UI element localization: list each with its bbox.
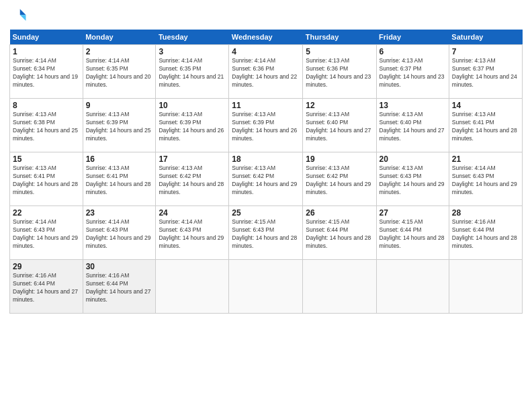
day-info: Sunrise: 4:14 AMSunset: 6:43 PMDaylight:…	[86, 218, 153, 250]
day-number: 9	[86, 101, 153, 110]
day-info: Sunrise: 4:13 AMSunset: 6:42 PMDaylight:…	[306, 165, 373, 197]
day-info: Sunrise: 4:16 AMSunset: 6:44 PMDaylight:…	[13, 272, 80, 304]
calendar-cell: 8 Sunrise: 4:13 AMSunset: 6:38 PMDayligh…	[10, 99, 83, 152]
day-number: 25	[232, 208, 300, 218]
day-number: 18	[232, 154, 300, 164]
day-info: Sunrise: 4:14 AMSunset: 6:43 PMDaylight:…	[452, 165, 519, 197]
day-number: 29	[13, 262, 80, 271]
col-header-thursday: Thursday	[303, 30, 376, 45]
day-info: Sunrise: 4:13 AMSunset: 6:41 PMDaylight:…	[13, 165, 80, 197]
day-number: 15	[13, 154, 80, 164]
calendar-cell: 1 Sunrise: 4:14 AMSunset: 6:34 PMDayligh…	[10, 45, 83, 99]
day-number: 10	[159, 101, 226, 110]
calendar-cell: 28 Sunrise: 4:16 AMSunset: 6:44 PMDaylig…	[449, 206, 522, 260]
day-info: Sunrise: 4:14 AMSunset: 6:35 PMDaylight:…	[86, 57, 153, 89]
calendar-cell: 18 Sunrise: 4:13 AMSunset: 6:42 PMDaylig…	[229, 152, 303, 206]
day-info: Sunrise: 4:15 AMSunset: 6:44 PMDaylight:…	[306, 218, 373, 250]
day-number: 8	[13, 101, 80, 110]
day-info: Sunrise: 4:13 AMSunset: 6:41 PMDaylight:…	[452, 111, 519, 143]
day-number: 30	[86, 262, 153, 271]
calendar-cell: 26 Sunrise: 4:15 AMSunset: 6:44 PMDaylig…	[303, 206, 376, 260]
day-info: Sunrise: 4:13 AMSunset: 6:38 PMDaylight:…	[13, 111, 80, 143]
logo	[9, 7, 31, 26]
day-info: Sunrise: 4:14 AMSunset: 6:43 PMDaylight:…	[159, 218, 226, 250]
day-info: Sunrise: 4:16 AMSunset: 6:44 PMDaylight:…	[452, 218, 519, 250]
calendar-cell: 17 Sunrise: 4:13 AMSunset: 6:42 PMDaylig…	[156, 152, 229, 206]
day-number: 23	[86, 208, 153, 218]
day-number: 21	[452, 154, 519, 164]
day-info: Sunrise: 4:15 AMSunset: 6:43 PMDaylight:…	[232, 218, 300, 250]
col-header-tuesday: Tuesday	[156, 30, 229, 45]
calendar-cell: 15 Sunrise: 4:13 AMSunset: 6:41 PMDaylig…	[10, 152, 83, 206]
calendar-cell: 23 Sunrise: 4:14 AMSunset: 6:43 PMDaylig…	[83, 206, 156, 260]
day-number: 7	[452, 47, 519, 56]
day-info: Sunrise: 4:13 AMSunset: 6:41 PMDaylight:…	[86, 165, 153, 197]
calendar-cell	[303, 260, 376, 314]
day-number: 3	[159, 47, 226, 56]
day-number: 19	[306, 154, 373, 164]
calendar-cell: 5 Sunrise: 4:13 AMSunset: 6:36 PMDayligh…	[303, 45, 376, 99]
calendar-cell: 6 Sunrise: 4:13 AMSunset: 6:37 PMDayligh…	[376, 45, 449, 99]
day-info: Sunrise: 4:13 AMSunset: 6:36 PMDaylight:…	[306, 57, 373, 89]
day-number: 20	[380, 154, 446, 164]
calendar-cell: 22 Sunrise: 4:14 AMSunset: 6:43 PMDaylig…	[10, 206, 83, 260]
day-number: 17	[159, 154, 226, 164]
day-number: 26	[306, 208, 373, 218]
day-number: 28	[452, 208, 519, 218]
day-info: Sunrise: 4:13 AMSunset: 6:39 PMDaylight:…	[159, 111, 226, 143]
day-number: 12	[306, 101, 373, 110]
day-number: 13	[380, 101, 446, 110]
col-header-sunday: Sunday	[10, 30, 83, 45]
day-info: Sunrise: 4:13 AMSunset: 6:37 PMDaylight:…	[380, 57, 446, 89]
calendar-cell: 24 Sunrise: 4:14 AMSunset: 6:43 PMDaylig…	[156, 206, 229, 260]
day-number: 4	[232, 47, 300, 56]
day-number: 1	[13, 47, 80, 56]
day-number: 2	[86, 47, 153, 56]
logo-icon	[9, 7, 28, 26]
calendar-cell: 29 Sunrise: 4:16 AMSunset: 6:44 PMDaylig…	[10, 260, 83, 314]
day-number: 6	[380, 47, 446, 56]
calendar-cell: 4 Sunrise: 4:14 AMSunset: 6:36 PMDayligh…	[229, 45, 303, 99]
calendar-cell: 10 Sunrise: 4:13 AMSunset: 6:39 PMDaylig…	[156, 99, 229, 152]
calendar-cell	[376, 260, 449, 314]
calendar-cell	[156, 260, 229, 314]
calendar-cell	[449, 260, 522, 314]
day-info: Sunrise: 4:13 AMSunset: 6:40 PMDaylight:…	[380, 111, 446, 143]
calendar-cell: 27 Sunrise: 4:15 AMSunset: 6:44 PMDaylig…	[376, 206, 449, 260]
calendar-cell: 13 Sunrise: 4:13 AMSunset: 6:40 PMDaylig…	[376, 99, 449, 152]
calendar-cell: 21 Sunrise: 4:14 AMSunset: 6:43 PMDaylig…	[449, 152, 522, 206]
day-info: Sunrise: 4:14 AMSunset: 6:43 PMDaylight:…	[13, 218, 80, 250]
day-number: 11	[232, 101, 300, 110]
day-number: 16	[86, 154, 153, 164]
calendar-table: SundayMondayTuesdayWednesdayThursdayFrid…	[9, 30, 523, 314]
calendar-cell: 30 Sunrise: 4:16 AMSunset: 6:44 PMDaylig…	[83, 260, 156, 314]
calendar-cell: 3 Sunrise: 4:14 AMSunset: 6:35 PMDayligh…	[156, 45, 229, 99]
calendar-cell: 25 Sunrise: 4:15 AMSunset: 6:43 PMDaylig…	[229, 206, 303, 260]
day-info: Sunrise: 4:13 AMSunset: 6:43 PMDaylight:…	[380, 165, 446, 197]
day-number: 14	[452, 101, 519, 110]
day-number: 22	[13, 208, 80, 218]
header	[9, 7, 523, 26]
day-info: Sunrise: 4:13 AMSunset: 6:40 PMDaylight:…	[306, 111, 373, 143]
page: SundayMondayTuesdayWednesdayThursdayFrid…	[0, 0, 532, 411]
day-info: Sunrise: 4:13 AMSunset: 6:39 PMDaylight:…	[232, 111, 300, 143]
calendar-cell: 7 Sunrise: 4:13 AMSunset: 6:37 PMDayligh…	[449, 45, 522, 99]
day-info: Sunrise: 4:16 AMSunset: 6:44 PMDaylight:…	[86, 272, 153, 304]
calendar-cell: 2 Sunrise: 4:14 AMSunset: 6:35 PMDayligh…	[83, 45, 156, 99]
svg-marker-0	[20, 9, 26, 15]
calendar-cell: 11 Sunrise: 4:13 AMSunset: 6:39 PMDaylig…	[229, 99, 303, 152]
calendar-cell: 20 Sunrise: 4:13 AMSunset: 6:43 PMDaylig…	[376, 152, 449, 206]
svg-marker-1	[20, 15, 26, 21]
day-info: Sunrise: 4:13 AMSunset: 6:42 PMDaylight:…	[232, 165, 300, 197]
day-info: Sunrise: 4:13 AMSunset: 6:39 PMDaylight:…	[86, 111, 153, 143]
svg-rect-2	[12, 9, 20, 21]
col-header-saturday: Saturday	[449, 30, 522, 45]
day-number: 24	[159, 208, 226, 218]
day-info: Sunrise: 4:14 AMSunset: 6:35 PMDaylight:…	[159, 57, 226, 89]
day-info: Sunrise: 4:15 AMSunset: 6:44 PMDaylight:…	[380, 218, 446, 250]
calendar-cell	[229, 260, 303, 314]
col-header-wednesday: Wednesday	[229, 30, 303, 45]
day-info: Sunrise: 4:14 AMSunset: 6:36 PMDaylight:…	[232, 57, 300, 89]
day-number: 27	[380, 208, 446, 218]
calendar-cell: 19 Sunrise: 4:13 AMSunset: 6:42 PMDaylig…	[303, 152, 376, 206]
